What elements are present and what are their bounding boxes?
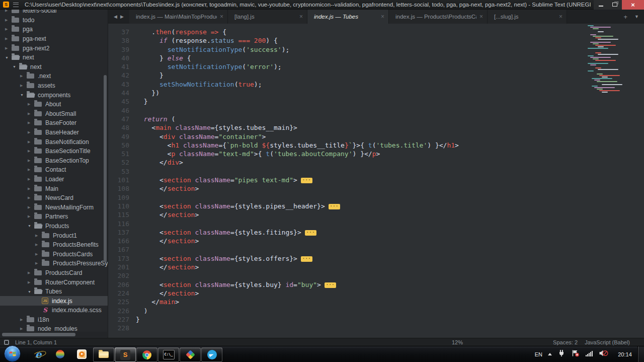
sidebar-item-loader[interactable]: ▶Loader	[0, 175, 108, 184]
tab-index-js-products-productscards[interactable]: index.js — Products\ProductsCards×	[389, 10, 488, 24]
sidebar-item-routercomponent[interactable]: ▶RouterComponent	[0, 277, 108, 287]
sidebar-item-product1[interactable]: ▶Product1	[0, 231, 108, 240]
color-sphere-app-button[interactable]	[50, 347, 70, 361]
tab-close-icon[interactable]: ×	[381, 13, 384, 20]
volume-muted-icon[interactable]	[599, 349, 608, 359]
sidebar-item-about[interactable]: ▶About	[0, 100, 108, 109]
internet-explorer-button[interactable]: e	[28, 347, 48, 361]
minimap[interactable]	[585, 25, 631, 97]
code-line[interactable]: 109	[108, 193, 644, 202]
code-area[interactable]: 37 .then(response => {38 if (response.st…	[108, 24, 644, 332]
sidebar-item-components[interactable]: ▼components	[0, 90, 108, 100]
sidebar-item-basefooter[interactable]: ▶BaseFooter	[0, 118, 108, 128]
telegram-button[interactable]	[201, 347, 222, 362]
code-line[interactable]: 110 <section className={styles.pipes__he…	[108, 202, 644, 210]
code-line[interactable]: 108 </section>	[108, 184, 644, 193]
sidebar-item-aboutsmall[interactable]: ▶AboutSmall	[0, 109, 108, 119]
code-line[interactable]: 38 if (response.status === 200) {	[108, 36, 644, 45]
windows-explorer-button[interactable]	[93, 347, 114, 362]
sidebar-item-newsmailingform[interactable]: ▶NewsMailingForm	[0, 202, 108, 212]
ide-diamond-button[interactable]	[180, 347, 201, 362]
code-line[interactable]: 226 )	[108, 307, 644, 315]
sidebar-item-next[interactable]: ▼next	[0, 62, 108, 72]
sidebar-item-pga-next[interactable]: ▶pga-next	[0, 34, 108, 44]
editor[interactable]: 37 .then(response => {38 if (response.st…	[108, 24, 644, 338]
sidebar-item-basenotification[interactable]: ▶BaseNotification	[0, 137, 108, 147]
code-line[interactable]: 47 return (	[108, 115, 644, 123]
minimize-button[interactable]	[594, 0, 608, 10]
code-line[interactable]: 50 <h1 className={`pn-bold ${styles.tube…	[108, 141, 644, 150]
code-line[interactable]: 52 </div>	[108, 158, 644, 167]
sidebar-item-contact[interactable]: ▶Contact	[0, 165, 108, 175]
status-sidebar-icon[interactable]	[4, 340, 9, 345]
fold-marker-icon[interactable]: ···	[325, 282, 336, 288]
code-line[interactable]: 44 })	[108, 89, 644, 97]
sidebar-item-index-module-scss[interactable]: Sindex.module.scss	[0, 306, 108, 315]
close-button[interactable]: ×	[622, 0, 644, 10]
command-prompt-button[interactable]: C:\_	[158, 347, 179, 362]
new-tab-icon[interactable]: +	[623, 13, 627, 21]
fold-marker-icon[interactable]: ···	[301, 178, 312, 183]
code-line[interactable]: 48 <main className={styles.tubes__main}>	[108, 123, 644, 132]
sidebar-item-next[interactable]: ▶.next	[0, 71, 108, 81]
code-line[interactable]: 45 }	[108, 97, 644, 106]
code-line[interactable]: 41 setNotificationType('error');	[108, 62, 644, 71]
fold-marker-icon[interactable]: ···	[305, 230, 316, 236]
code-line[interactable]: 201 </section>	[108, 263, 644, 271]
tab-close-icon[interactable]: ×	[220, 13, 223, 20]
tab-index-js-main-maintopproducts[interactable]: index.js — Main\MainTopProducts×	[129, 10, 228, 24]
code-line[interactable]: 37 .then(response => {	[108, 28, 644, 36]
sidebar-item-index-js[interactable]: JSindex.js	[0, 296, 108, 306]
sidebar-item-basesectiontop[interactable]: ▶BaseSectionTop	[0, 156, 108, 166]
sidebar-item-productspressuresyste[interactable]: ▶ProductsPressureSyste	[0, 259, 108, 268]
sidebar-item-pga-next2[interactable]: ▶pga-next2	[0, 43, 108, 53]
sidebar-item-products[interactable]: ▼Products	[0, 222, 108, 231]
hidden-icons-arrow[interactable]	[548, 353, 552, 355]
fold-marker-icon[interactable]: ···	[301, 256, 312, 262]
sublime-text-button[interactable]: S	[115, 347, 136, 362]
code-line[interactable]: 115 </section>	[108, 210, 644, 219]
sidebar-item-productscards[interactable]: ▶ProductsCards	[0, 249, 108, 259]
code-line[interactable]: 228	[108, 324, 644, 332]
sidebar-item-productscard[interactable]: ▶ProductsCard	[0, 268, 108, 278]
clock[interactable]: 20:14	[614, 351, 636, 357]
code-line[interactable]: 225 </main>	[108, 298, 644, 306]
code-line[interactable]: 227}	[108, 315, 644, 324]
tab-lang-js[interactable]: [lang].js×	[228, 10, 307, 24]
sidebar-horizontal-scrollbar[interactable]	[2, 333, 75, 336]
code-line[interactable]: 173 <section className={styles.offers}>·…	[108, 254, 644, 263]
tab-forward-icon[interactable]: ▶	[120, 14, 124, 19]
code-line[interactable]: 40 } else {	[108, 54, 644, 62]
fold-marker-icon[interactable]: ···	[329, 204, 340, 209]
sidebar-item-partners[interactable]: ▶Partners	[0, 212, 108, 222]
start-button[interactable]	[4, 345, 21, 362]
code-line[interactable]: 51 <p className="text-md">{ t('tubes.abo…	[108, 150, 644, 158]
power-plug-icon[interactable]	[557, 349, 566, 359]
code-line[interactable]: 43 setShowNotification(true);	[108, 80, 644, 89]
tab-slug-js[interactable]: [...slug].js×	[488, 10, 567, 24]
sidebar-vertical-scrollbar[interactable]	[104, 75, 107, 262]
code-line[interactable]: 101 <section className="pipes text-md">·…	[108, 176, 644, 184]
tab-close-icon[interactable]: ×	[559, 13, 562, 20]
tab-close-icon[interactable]: ×	[479, 13, 483, 20]
sidebar-item-pga[interactable]: ▶pga	[0, 25, 108, 34]
code-line[interactable]: 206 <section className={styles.buy} id="…	[108, 280, 644, 289]
sidebar-item-main[interactable]: ▶Main	[0, 184, 108, 193]
syntax-mode[interactable]: JavaScript (Babel)	[585, 339, 630, 345]
hamburger-menu-icon[interactable]	[13, 3, 19, 7]
sidebar-item-letters-social[interactable]: ▶letters-social	[0, 10, 108, 16]
code-line[interactable]: 46	[108, 106, 644, 115]
code-line[interactable]: 202	[108, 271, 644, 280]
chrome-button[interactable]	[136, 347, 157, 362]
code-line[interactable]: 166 </section>	[108, 237, 644, 245]
code-line[interactable]: 224 </section>	[108, 289, 644, 298]
network-signal-icon[interactable]	[585, 350, 593, 359]
code-line[interactable]: 116	[108, 220, 644, 228]
tab-overflow-icon[interactable]: ▼	[634, 14, 639, 19]
indent-setting[interactable]: Spaces: 2	[553, 339, 578, 345]
sidebar-item-basesectiontitle[interactable]: ▶BaseSectionTitle	[0, 147, 108, 156]
code-line[interactable]: 53	[108, 167, 644, 176]
code-line[interactable]: 42 }	[108, 71, 644, 80]
code-line[interactable]: 49 <div className="container">	[108, 132, 644, 141]
sidebar-item-newscard[interactable]: ▶NewsCard	[0, 193, 108, 203]
